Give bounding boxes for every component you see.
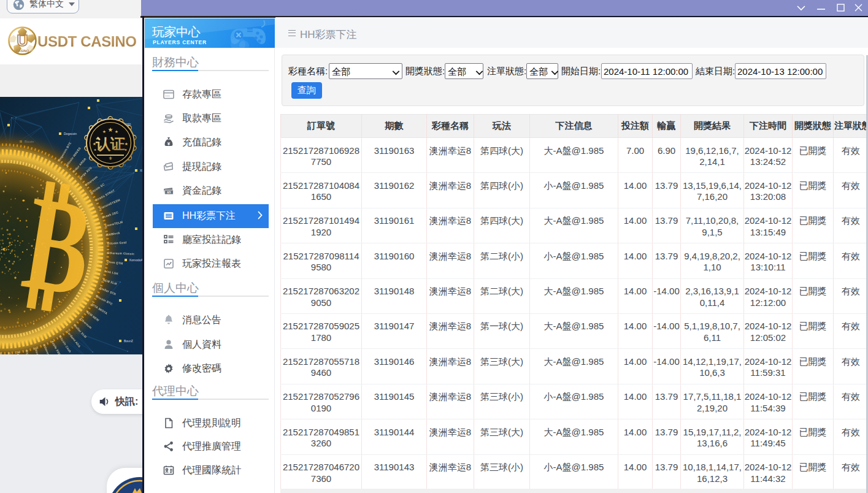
svg-text:U: U [17, 32, 28, 49]
svg-text:¥: ¥ [167, 141, 171, 147]
svg-text:$: $ [168, 190, 171, 195]
svg-text:⚜: ⚜ [108, 156, 112, 161]
svg-text:Dogecoin: Dogecoin [64, 132, 77, 136]
svg-text:CASINO: CASINO [16, 49, 29, 53]
svg-text:认证: 认证 [95, 136, 125, 152]
svg-text:BounZ: BounZ [124, 339, 133, 343]
svg-text:★: ★ [115, 129, 118, 134]
svg-text:★: ★ [102, 129, 106, 134]
svg-text:★: ★ [108, 126, 113, 133]
svg-text:KomodoABA: KomodoABA [129, 258, 142, 262]
